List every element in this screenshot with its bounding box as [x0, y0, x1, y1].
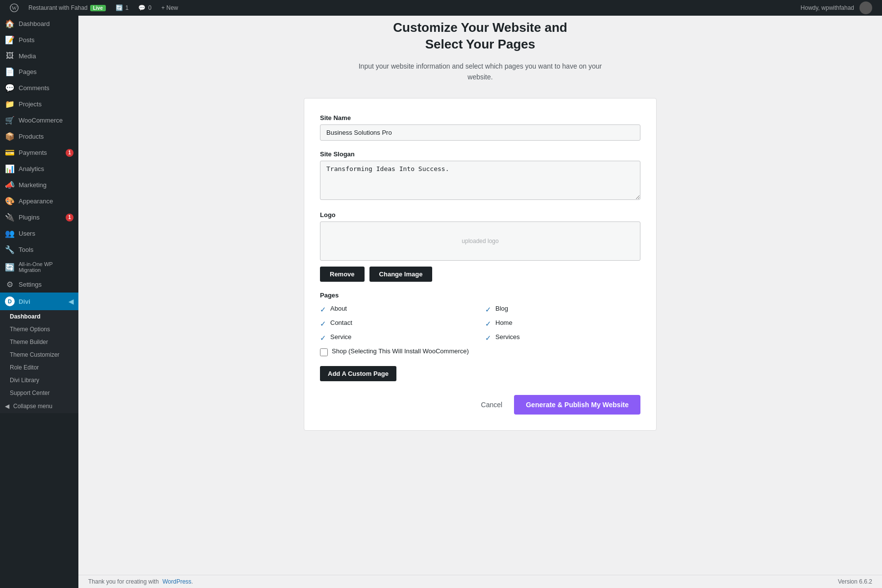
dashboard-icon: 🏠: [5, 19, 15, 28]
comments-item[interactable]: 💬 0: [133, 0, 156, 16]
payments-icon: 💳: [5, 148, 15, 157]
sidebar-item-appearance[interactable]: 🎨 Appearance: [0, 193, 78, 209]
updates-icon: 🔄: [116, 4, 123, 11]
form-actions: Cancel Generate & Publish My Website: [320, 395, 640, 415]
allinone-icon: 🔄: [5, 263, 15, 272]
sidebar-label-tools: Tools: [19, 246, 33, 253]
collapse-menu-item[interactable]: ◀ Collapse menu: [0, 399, 78, 413]
new-item[interactable]: + New: [156, 0, 183, 16]
admin-bar: W Restaurant with Fahad Live 🔄 1 💬 0 + N…: [0, 0, 882, 16]
divi-sub-role-editor-label: Role Editor: [10, 364, 39, 371]
divi-sub-divi-library-label: Divi Library: [10, 377, 39, 384]
site-name-item[interactable]: Restaurant with Fahad Live: [24, 0, 111, 16]
page-label-service: Service: [330, 333, 351, 341]
posts-icon: 📝: [5, 35, 15, 45]
list-item: Shop (Selecting This Will Install WooCom…: [320, 347, 475, 356]
svg-text:W: W: [12, 5, 17, 11]
sidebar-item-products[interactable]: 📦 Products: [0, 128, 78, 145]
pages-icon: 📄: [5, 67, 15, 76]
form-card: Site Name Site Slogan Transforming Ideas…: [304, 98, 657, 431]
divi-sub-support-center[interactable]: Support Center: [0, 387, 78, 399]
generate-publish-button[interactable]: Generate & Publish My Website: [514, 395, 640, 415]
check-contact-icon: ✓: [320, 319, 326, 328]
check-service-icon: ✓: [320, 334, 326, 343]
collapse-label: Collapse menu: [13, 403, 52, 410]
sidebar-item-payments[interactable]: 💳 Payments 1: [0, 145, 78, 161]
sidebar-label-payments: Payments: [19, 149, 47, 156]
check-about-icon: ✓: [320, 305, 326, 314]
page-title-line1: Customize Your Website and: [393, 20, 567, 35]
plugins-badge: 1: [66, 214, 74, 221]
divi-sub-dashboard-label: Dashboard: [10, 313, 41, 320]
check-services-icon: ✓: [485, 334, 491, 343]
list-item: ✓ Home: [485, 319, 640, 328]
logo-label: Logo: [320, 211, 640, 219]
list-item: ✓ Services: [485, 333, 640, 343]
sidebar-label-posts: Posts: [19, 36, 35, 44]
list-item: ✓ Contact: [320, 319, 475, 328]
list-item: ✓ Service: [320, 333, 475, 343]
divi-header-item[interactable]: D Divi ◀: [0, 293, 78, 310]
site-name-label: Site Name: [320, 114, 640, 122]
sidebar-item-media[interactable]: 🖼 Media: [0, 48, 78, 64]
add-custom-page-button[interactable]: Add A Custom Page: [320, 366, 396, 381]
pages-section-label: Pages: [320, 292, 640, 299]
site-slogan-group: Site Slogan Transforming Ideas Into Succ…: [320, 150, 640, 201]
sidebar-item-projects[interactable]: 📁 Projects: [0, 96, 78, 112]
sidebar-label-dashboard: Dashboard: [19, 20, 50, 27]
divi-sub-theme-options[interactable]: Theme Options: [0, 323, 78, 336]
avatar: [859, 1, 872, 14]
sidebar-item-woocommerce[interactable]: 🛒 WooCommerce: [0, 112, 78, 128]
admin-sidebar: 🏠 Dashboard 📝 Posts 🖼 Media 📄 Pages 💬 Co…: [0, 16, 78, 572]
divi-sub-theme-builder-label: Theme Builder: [10, 339, 48, 345]
logo-group: Logo uploaded logo Remove Change Image: [320, 211, 640, 282]
sidebar-item-users[interactable]: 👥 Users: [0, 225, 78, 242]
site-name-input[interactable]: [320, 124, 640, 141]
woocommerce-icon: 🛒: [5, 116, 15, 125]
page-subtitle: Input your website information and selec…: [358, 61, 603, 83]
updates-item[interactable]: 🔄 1: [111, 0, 134, 16]
cancel-button[interactable]: Cancel: [475, 397, 509, 413]
sidebar-label-marketing: Marketing: [19, 181, 47, 189]
page-label-blog: Blog: [495, 305, 508, 312]
marketing-icon: 📣: [5, 180, 15, 190]
page-title-line2: Select Your Pages: [425, 37, 535, 51]
sidebar-item-dashboard[interactable]: 🏠 Dashboard: [0, 16, 78, 32]
divi-logo-icon: D: [5, 296, 15, 306]
settings-icon: ⚙: [5, 280, 15, 289]
logo-buttons: Remove Change Image: [320, 267, 640, 282]
divi-sub-divi-library[interactable]: Divi Library: [0, 374, 78, 387]
sidebar-item-allinone[interactable]: 🔄 All-in-One WP Migration: [0, 258, 78, 276]
divi-sub-theme-builder[interactable]: Theme Builder: [0, 336, 78, 348]
sidebar-item-analytics[interactable]: 📊 Analytics: [0, 161, 78, 177]
check-blog-icon: ✓: [485, 305, 491, 314]
sidebar-item-settings[interactable]: ⚙ Settings: [0, 276, 78, 293]
sidebar-label-settings: Settings: [19, 281, 42, 288]
sidebar-item-posts[interactable]: 📝 Posts: [0, 32, 78, 48]
sidebar-item-pages[interactable]: 📄 Pages: [0, 64, 78, 80]
divi-sub-role-editor[interactable]: Role Editor: [0, 361, 78, 374]
divi-sub-theme-customizer-label: Theme Customizer: [10, 351, 59, 358]
sidebar-item-plugins[interactable]: 🔌 Plugins 1: [0, 209, 78, 225]
media-icon: 🖼: [5, 51, 15, 60]
projects-icon: 📁: [5, 99, 15, 109]
page-label-about: About: [330, 305, 347, 312]
page-label-home: Home: [495, 319, 513, 326]
main-content: Customize Your Website and Select Your P…: [78, 0, 882, 572]
new-label: + New: [161, 4, 178, 11]
sidebar-item-comments[interactable]: 💬 Comments: [0, 80, 78, 96]
sidebar-item-marketing[interactable]: 📣 Marketing: [0, 177, 78, 193]
shop-checkbox[interactable]: [320, 348, 328, 356]
sidebar-item-tools[interactable]: 🔧 Tools: [0, 242, 78, 258]
divi-label: Divi: [19, 298, 30, 305]
remove-logo-button[interactable]: Remove: [320, 267, 365, 282]
divi-section: D Divi ◀ Dashboard Theme Options Theme B…: [0, 293, 78, 413]
products-icon: 📦: [5, 132, 15, 141]
change-image-button[interactable]: Change Image: [369, 267, 433, 282]
site-slogan-textarea[interactable]: Transforming Ideas Into Success.: [320, 161, 640, 200]
divi-sub-dashboard[interactable]: Dashboard: [0, 310, 78, 323]
wp-logo-item[interactable]: W: [5, 0, 24, 16]
howdy-item[interactable]: Howdy, wpwithfahad: [796, 0, 877, 16]
tools-icon: 🔧: [5, 245, 15, 254]
divi-sub-theme-customizer[interactable]: Theme Customizer: [0, 348, 78, 361]
